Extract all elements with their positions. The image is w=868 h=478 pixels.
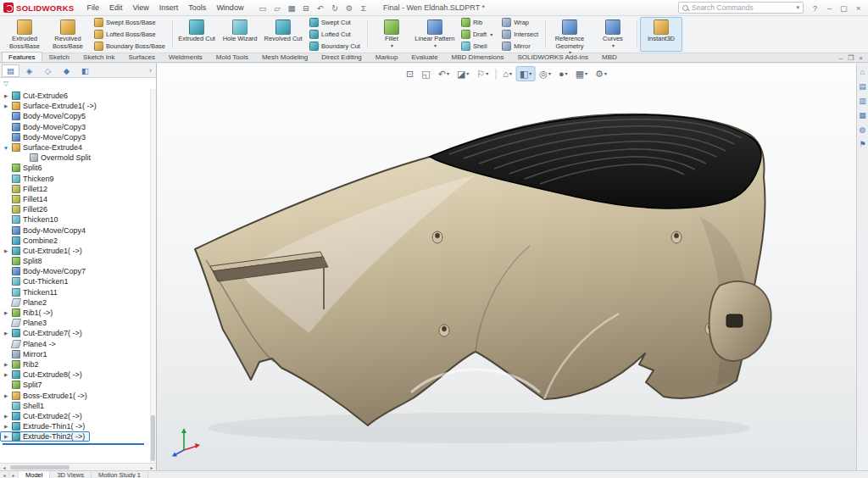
solidworks-resources-icon[interactable]: ⌂ [860, 68, 865, 76]
appearances-scenes-icon[interactable]: ◍ [860, 125, 866, 134]
tab-mbd[interactable]: MBD [595, 52, 624, 62]
design-library-icon[interactable]: ▤ [859, 82, 866, 91]
tree-horizontal-scrollbar[interactable]: ◂ ▸ [0, 463, 156, 470]
expand-arrow-icon[interactable]: ▶ [3, 393, 9, 398]
expand-arrow-icon[interactable]: ▶ [3, 248, 9, 253]
ribbon-button-draft[interactable]: Draft▾ [457, 29, 497, 40]
ribbon-button-intersect[interactable]: Intersect [498, 29, 542, 40]
tree-item-thicken11[interactable]: Thicken11 [0, 287, 156, 297]
close-icon[interactable]: × [852, 2, 865, 14]
apply-scene-icon[interactable]: ▦▾ [572, 66, 591, 81]
tab-surfaces[interactable]: Surfaces [121, 52, 162, 62]
tab-mesh-modeling[interactable]: Mesh Modeling [255, 52, 314, 62]
tree-item-rib2[interactable]: ▶Rib2 [0, 359, 156, 370]
save-icon[interactable]: ▦ [285, 2, 298, 14]
ribbon-button-boundary-boss-base[interactable]: Boundary Boss/Base [90, 41, 170, 52]
tree-item-body-move-copy4[interactable]: Body-Move/Copy4 [0, 225, 156, 235]
view-settings-icon[interactable]: ⚙▾ [592, 66, 610, 81]
help-icon[interactable]: ? [809, 2, 821, 14]
menu-file[interactable]: File [81, 2, 104, 14]
zoom-fit-icon[interactable]: ⊡ [403, 66, 417, 81]
annotation-views-icon[interactable]: ⚐▾ [473, 66, 492, 81]
tree-vertical-scrollbar[interactable] [150, 89, 156, 463]
tree-item-thicken9[interactable]: Thicken9 [0, 174, 156, 184]
ribbon-button-hole-wizard[interactable]: Hole Wizard [219, 17, 261, 52]
tab-weldments[interactable]: Weldments [162, 52, 209, 62]
tab-mbd-dimensions[interactable]: MBD Dimensions [445, 52, 511, 62]
doc-close-icon[interactable]: × [859, 54, 863, 62]
scroll-left-icon[interactable]: ◂ [0, 464, 8, 470]
print-icon[interactable]: ⊟ [299, 2, 312, 14]
previous-view-icon[interactable]: ↶▾ [435, 66, 453, 81]
search-box[interactable]: ▾ [678, 2, 804, 14]
custom-properties-icon[interactable]: ⚑ [859, 140, 865, 148]
shoe-sole-model[interactable] [157, 64, 856, 470]
tree-item-combine2[interactable]: Combine2 [0, 236, 156, 246]
tree-item-body-move-copy7[interactable]: Body-Move/Copy7 [0, 266, 156, 276]
menu-window[interactable]: Window [211, 2, 248, 14]
equations-icon[interactable]: Σ [357, 2, 370, 14]
tab-sketch-ink[interactable]: Sketch Ink [76, 52, 121, 62]
tab-features[interactable]: Features [2, 52, 42, 62]
expand-arrow-icon[interactable]: ▶ [3, 414, 9, 419]
ribbon-button-revolved-boss-base[interactable]: Revolved Boss/Base [47, 17, 89, 52]
configurationmanager-tab[interactable]: ◇ [39, 64, 57, 77]
ribbon-button-swept-boss-base[interactable]: Swept Boss/Base [90, 17, 170, 28]
menu-insert[interactable]: Insert [154, 2, 184, 14]
tree-item-boss-extrude1[interactable]: ▶Boss-Extrude1( ->) [0, 390, 156, 400]
tab-motion-study-1[interactable]: Motion Study 1 [92, 471, 148, 478]
ribbon-button-boundary-cut[interactable]: Boundary Cut [305, 41, 364, 52]
tree-item-fillet12[interactable]: Fillet12 [0, 184, 156, 194]
tab-markup[interactable]: Markup [369, 52, 405, 62]
featuremanager-tab[interactable]: ▤ [2, 64, 19, 77]
tab-evaluate[interactable]: Evaluate [404, 52, 444, 62]
ribbon-button-wrap[interactable]: Wrap [498, 17, 542, 28]
ribbon-button-lofted-boss-base[interactable]: Lofted Boss/Base [90, 29, 170, 40]
ribbon-button-swept-cut[interactable]: Swept Cut [305, 17, 364, 28]
expand-arrow-icon[interactable]: ▶ [3, 93, 9, 98]
tree-item-thicken10[interactable]: Thicken10 [0, 214, 156, 225]
ribbon-button-curves[interactable]: Curves▾ [592, 17, 634, 52]
ribbon-button-linear-pattern[interactable]: Linear Pattern▾ [414, 17, 456, 52]
tree-item-shell1[interactable]: Shell1 [0, 401, 156, 411]
hide-show-items-icon[interactable]: ◎▾ [536, 66, 554, 81]
filter-icon[interactable]: ▽ [3, 80, 8, 87]
tabs-scroll-right-icon[interactable]: ▸ [9, 471, 19, 478]
expand-arrow-icon[interactable]: ▶ [3, 424, 9, 429]
tree-item-cut-thicken1[interactable]: Cut-Thicken1 [0, 276, 156, 286]
menu-tools[interactable]: Tools [183, 2, 211, 14]
dimxpertmanager-tab[interactable]: ◆ [58, 64, 75, 77]
menu-edit[interactable]: Edit [104, 2, 128, 14]
search-caret-icon[interactable]: ▾ [796, 4, 799, 11]
tree-item-body-move-copy3[interactable]: Body-Move/Copy3 [0, 132, 156, 142]
view-orientation-icon[interactable]: ⌂▾ [499, 66, 515, 81]
section-view-icon[interactable]: ◪▾ [453, 66, 472, 81]
display-style-icon[interactable]: ◧▾ [516, 66, 535, 81]
maximize-icon[interactable]: ▢ [837, 2, 850, 14]
zoom-area-icon[interactable]: ◱ [418, 66, 433, 81]
tree-item-cut-extrude1[interactable]: ▶Cut-Extrude1( ->) [0, 246, 156, 256]
tree-item-overmold-split[interactable]: Overmold Split [0, 153, 156, 163]
tree-item-surface-extrude1[interactable]: ▶Surface-Extrude1( ->) [0, 101, 156, 111]
ribbon-button-mirror[interactable]: Mirror [498, 41, 542, 52]
expand-arrow-icon[interactable]: ▶ [3, 372, 9, 377]
tree-item-extrude-thin2[interactable]: ▶Extrude-Thin2( ->) [0, 431, 90, 442]
ribbon-button-rib[interactable]: Rib [457, 17, 497, 28]
tree-item-body-move-copy3[interactable]: Body-Move/Copy3 [0, 122, 156, 132]
expand-arrow-icon[interactable]: ▶ [3, 310, 9, 315]
tree-item-cut-extrude8[interactable]: ▶Cut-Extrude8( ->) [0, 370, 156, 380]
tree-item-split7[interactable]: Split7 [0, 380, 156, 390]
tree-item-split6[interactable]: Split6 [0, 163, 156, 173]
ribbon-button-extruded-boss-base[interactable]: Extruded Boss/Base [3, 17, 46, 52]
tab-model[interactable]: Model [19, 471, 50, 478]
ribbon-button-lofted-cut[interactable]: Lofted Cut [305, 29, 364, 40]
new-document-icon[interactable]: ▭ [256, 2, 269, 14]
ribbon-button-revolved-cut[interactable]: Revolved Cut [262, 17, 304, 52]
scrollbar-thumb[interactable] [10, 465, 70, 470]
edit-appearance-icon[interactable]: ●▾ [555, 66, 571, 81]
ribbon-button-fillet[interactable]: Fillet▾ [370, 17, 413, 52]
options-icon[interactable]: ⚙ [342, 2, 355, 14]
tree-item-cut-extrude7[interactable]: ▶Cut-Extrude7( ->) [0, 328, 156, 338]
expand-arrow-icon[interactable]: ▶ [3, 362, 9, 367]
tree-item-plane3[interactable]: Plane3 [0, 318, 156, 328]
